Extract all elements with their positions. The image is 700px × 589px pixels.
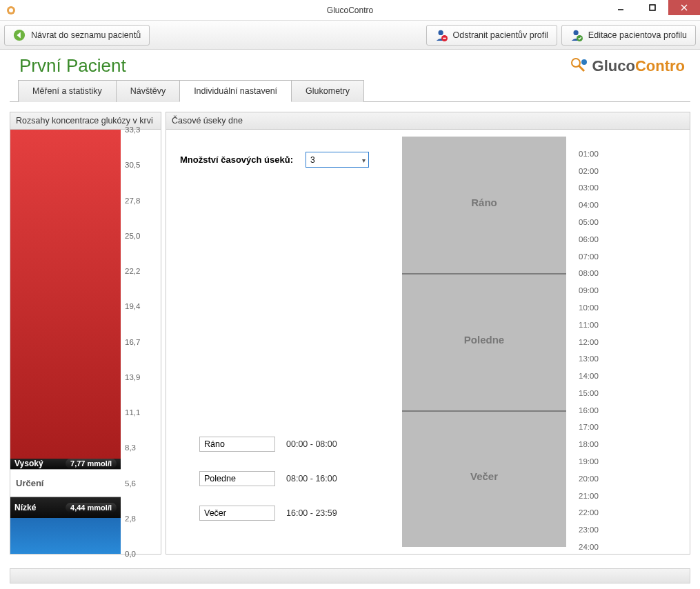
- range-high-handle[interactable]: Vysoký 7,77 mmol/l: [10, 459, 121, 469]
- hour-tick: 15:00: [579, 389, 599, 397]
- range-mid-label: Určení: [16, 478, 43, 488]
- hour-tick: 11:00: [579, 321, 599, 329]
- hour-tick: 19:00: [579, 457, 599, 466]
- user-edit-icon: [570, 29, 583, 41]
- hour-tick: 17:00: [579, 423, 599, 431]
- hour-tick: 12:00: [579, 338, 599, 346]
- scale-tick: 22,2: [125, 267, 140, 275]
- scale-tick: 2,8: [125, 515, 136, 523]
- window-controls: [605, 0, 700, 15]
- day-segment-label: Večer: [402, 470, 566, 482]
- period-row: 00:00 - 08:00: [199, 437, 391, 452]
- hour-tick: 21:00: [579, 492, 599, 500]
- scale-tick: 25,0: [125, 232, 140, 240]
- range-high-label: Vysoký: [14, 459, 43, 468]
- period-row: 08:00 - 16:00: [199, 471, 391, 486]
- scale-tick: 5,6: [125, 479, 136, 488]
- hour-tick: 18:00: [579, 440, 599, 448]
- tab-visits[interactable]: Návštěvy: [116, 80, 180, 102]
- range-scale: 33,330,527,825,022,219,416,713,911,18,35…: [122, 130, 157, 554]
- day-segment-label: Poledne: [402, 334, 566, 346]
- hour-tick: 02:00: [579, 167, 599, 175]
- svg-point-7: [438, 30, 443, 34]
- time-periods-title: Časové úseky dne: [166, 112, 690, 130]
- range-low-label: Nízké: [14, 503, 36, 512]
- hour-tick: 16:00: [579, 406, 599, 415]
- brand-text-1: Gluco: [592, 57, 635, 74]
- periods-config-column: Množství časových úseků: 3 ▾ 00:00 - 08:…: [177, 137, 391, 547]
- scale-tick: 0,0: [125, 550, 136, 558]
- tab-glucometers[interactable]: Glukometry: [291, 80, 364, 102]
- svg-point-1: [9, 8, 13, 12]
- hour-tick: 09:00: [579, 286, 599, 294]
- period-name-input[interactable]: [199, 506, 275, 521]
- range-low-value: 4,44 mmol/l: [66, 503, 117, 512]
- minimize-button[interactable]: [605, 0, 637, 15]
- tab-individual-settings[interactable]: Individuální nastavení: [179, 80, 292, 102]
- scale-tick: 33,3: [125, 126, 140, 134]
- window-titlebar: GlucoContro: [0, 0, 700, 21]
- period-range-label: 16:00 - 23:59: [286, 508, 337, 518]
- close-button[interactable]: [668, 0, 700, 15]
- scale-tick: 11,1: [125, 408, 140, 417]
- day-divider[interactable]: [402, 410, 566, 412]
- period-count-row: Množství časových úseků: 3 ▾: [177, 152, 391, 168]
- hour-tick: 01:00: [579, 150, 599, 158]
- edit-profile-button[interactable]: Editace pacientova profilu: [561, 25, 696, 46]
- range-low-handle[interactable]: Nízké 4,44 mmol/l: [10, 497, 121, 518]
- maximize-button[interactable]: [637, 0, 668, 15]
- remove-profile-button[interactable]: Odstranit pacientův profil: [426, 25, 557, 46]
- back-button[interactable]: Návrat do seznamu pacientů: [4, 25, 150, 46]
- hour-tick: 20:00: [579, 475, 599, 483]
- scale-tick: 30,5: [125, 161, 140, 169]
- period-name-input[interactable]: [199, 471, 275, 486]
- day-bar[interactable]: RánoPoledneVečer: [402, 137, 566, 547]
- window-title: GlucoContro: [327, 6, 373, 15]
- hour-tick: 06:00: [579, 235, 599, 243]
- edit-profile-label: Editace pacientova profilu: [588, 30, 687, 40]
- svg-point-10: [573, 30, 578, 34]
- brand-icon: [570, 57, 588, 75]
- svg-point-14: [581, 59, 587, 65]
- hour-tick: 05:00: [579, 218, 599, 226]
- range-high-value: 7,77 mmol/l: [66, 459, 117, 468]
- hour-tick: 23:00: [579, 526, 599, 534]
- svg-line-13: [579, 66, 584, 71]
- range-low-segment: [10, 518, 121, 554]
- period-count-combo[interactable]: 3 ▾: [306, 152, 369, 168]
- tab-strip: Měření a statistiky Návštěvy Individuáln…: [0, 80, 700, 102]
- hours-scale: 01:0002:0003:0004:0005:0006:0007:0008:00…: [566, 137, 609, 547]
- day-segment-label: Ráno: [402, 197, 566, 208]
- period-inputs: 00:00 - 08:0008:00 - 16:0016:00 - 23:59: [177, 417, 391, 540]
- glucose-ranges-panel: Rozsahy koncentrace glukózy v krvi Vysok…: [10, 112, 161, 555]
- back-button-label: Návrat do seznamu pacientů: [31, 30, 141, 40]
- hour-tick: 10:00: [579, 303, 599, 312]
- timeline-column: RánoPoledneVečer 01:0002:0003:0004:0005:…: [402, 137, 679, 547]
- hour-tick: 04:00: [579, 201, 599, 209]
- day-divider[interactable]: [402, 273, 566, 274]
- scale-tick: 13,9: [125, 373, 140, 381]
- user-remove-icon: [435, 29, 448, 41]
- patient-name: První Pacient: [19, 55, 126, 77]
- hour-tick: 08:00: [579, 269, 599, 277]
- status-bar: [10, 568, 690, 583]
- range-high-segment: [10, 130, 121, 459]
- period-count-label: Množství časových úseků:: [180, 154, 293, 165]
- period-range-label: 00:00 - 08:00: [286, 439, 337, 449]
- content-area: Rozsahy koncentrace glukózy v krvi Vysok…: [0, 102, 700, 564]
- remove-profile-label: Odstranit pacientův profil: [453, 30, 548, 40]
- time-periods-panel: Časové úseky dne Množství časových úseků…: [166, 112, 690, 555]
- range-mid-segment: Určení: [10, 469, 121, 497]
- period-name-input[interactable]: [199, 437, 275, 452]
- scale-tick: 8,3: [125, 443, 136, 452]
- hour-tick: 13:00: [579, 355, 599, 363]
- svg-rect-3: [650, 5, 655, 10]
- brand-text-2: Contro: [635, 57, 685, 74]
- range-color-column[interactable]: Vysoký 7,77 mmol/l Určení Nízké 4,44 mmo…: [10, 130, 121, 554]
- tab-measurements[interactable]: Měření a statistiky: [18, 80, 117, 102]
- hour-tick: 07:00: [579, 252, 599, 261]
- hour-tick: 24:00: [579, 543, 599, 551]
- scale-tick: 16,7: [125, 338, 140, 346]
- scale-tick: 19,4: [125, 302, 140, 310]
- period-row: 16:00 - 23:59: [199, 506, 391, 521]
